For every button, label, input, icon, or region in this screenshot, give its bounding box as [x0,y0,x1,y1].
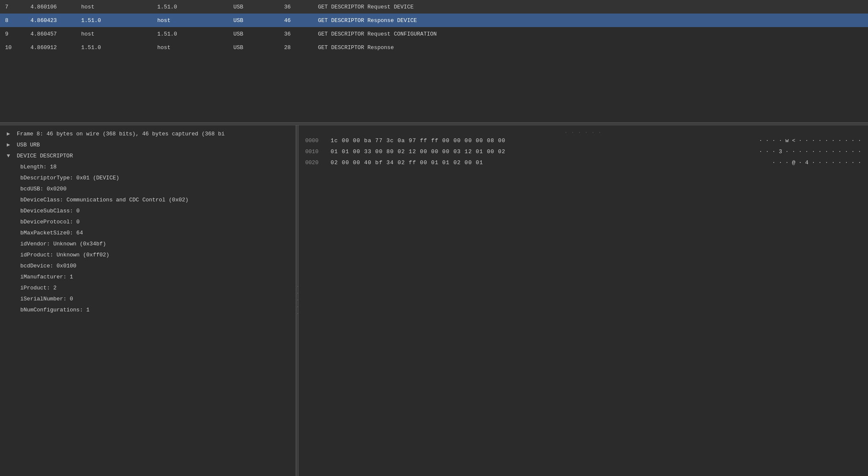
hex-bytes: 1c 00 00 ba 77 3c 0a 97 ff ff 00 00 00 0… [331,136,750,146]
table-cell: USB [228,41,279,54]
hex-row: 001001 01 00 33 00 80 02 12 00 00 00 03 … [298,146,868,157]
device-descriptor-tree-item[interactable]: ▼ DEVICE DESCRIPTOR [0,151,296,162]
detail-field[interactable]: bcdUSB: 0x0200 [0,184,296,195]
detail-field[interactable]: bDeviceClass: Communications and CDC Con… [0,195,296,206]
table-cell: 4.860457 [25,27,76,41]
detail-field[interactable]: iProduct: 2 [0,283,296,294]
table-row[interactable]: 94.860457host1.51.0USB36GET DESCRIPTOR R… [0,27,868,41]
detail-field[interactable]: idVendor: Unknown (0x34bf) [0,239,296,250]
table-cell: GET DESCRIPTOR Response [313,41,868,54]
device-descriptor-label: DEVICE DESCRIPTOR [17,153,73,159]
table-cell: 10 [0,41,25,54]
hex-offset: 0000 [305,136,331,146]
hex-bytes: 01 01 00 33 00 80 02 12 00 00 00 03 12 0… [331,147,750,157]
hex-rows: 00001c 00 00 ba 77 3c 0a 97 ff ff 00 00 … [298,135,868,168]
detail-field[interactable]: bcdDevice: 0x0100 [0,261,296,272]
table-cell: 1.51.0 [152,27,228,41]
table-cell: 4.860106 [25,0,76,14]
table-cell: GET DESCRIPTOR Request CONFIGURATION [313,27,868,41]
hex-bytes: 02 00 00 40 bf 34 02 ff 00 01 01 02 00 0… [331,158,764,168]
hex-row: 002002 00 00 40 bf 34 02 ff 00 01 01 02 … [298,157,868,168]
detail-field[interactable]: bDeviceProtocol: 0 [0,217,296,228]
detail-panel: ▶ Frame 8: 46 bytes on wire (368 bits), … [0,125,296,476]
table-cell: host [152,14,228,27]
detail-field[interactable]: bMaxPacketSize0: 64 [0,228,296,239]
detail-field[interactable]: bDeviceSubClass: 0 [0,206,296,217]
table-cell: host [152,41,228,54]
table-cell: 46 [279,14,313,27]
frame-tree-item[interactable]: ▶ Frame 8: 46 bytes on wire (368 bits), … [0,129,296,140]
hex-offset: 0020 [305,158,331,168]
table-cell: USB [228,0,279,14]
detail-field[interactable]: iSerialNumber: 0 [0,294,296,305]
table-cell: host [76,27,152,41]
packet-table: 74.860106host1.51.0USB36GET DESCRIPTOR R… [0,0,868,54]
table-cell: 1.51.0 [76,41,152,54]
hex-panel: · · · · · · 00001c 00 00 ba 77 3c 0a 97 … [298,125,868,476]
table-cell: 28 [279,41,313,54]
usb-expand-icon: ▶ [7,140,14,150]
table-cell: 7 [0,0,25,14]
frame-expand-icon: ▶ [7,129,14,139]
detail-field[interactable]: bDescriptorType: 0x01 (DEVICE) [0,173,296,184]
table-row[interactable]: 84.8604231.51.0hostUSB46GET DESCRIPTOR R… [0,14,868,27]
frame-label: Frame 8: 46 bytes on wire (368 bits), 46… [17,131,225,137]
detail-field[interactable]: bLength: 18 [0,162,296,173]
table-cell: host [76,0,152,14]
table-row[interactable]: 74.860106host1.51.0USB36GET DESCRIPTOR R… [0,0,868,14]
table-cell: 36 [279,0,313,14]
usb-label: USB URB [17,142,40,148]
table-cell: USB [228,14,279,27]
table-row[interactable]: 104.8609121.51.0hostUSB28GET DESCRIPTOR … [0,41,868,54]
table-cell: GET DESCRIPTOR Response DEVICE [313,14,868,27]
detail-field[interactable]: iManufacturer: 1 [0,272,296,283]
hex-offset: 0010 [305,147,331,157]
hex-ascii: · · · @ · 4 · · · · · · · · [764,158,861,168]
device-descriptor-fields: bLength: 18bDescriptorType: 0x01 (DEVICE… [0,162,296,316]
hex-row: 00001c 00 00 ba 77 3c 0a 97 ff ff 00 00 … [298,135,868,146]
table-cell: 8 [0,14,25,27]
table-cell: 9 [0,27,25,41]
device-descriptor-expand-icon: ▼ [7,151,14,161]
table-cell: 1.51.0 [76,14,152,27]
table-cell: 1.51.0 [152,0,228,14]
bottom-panel: ▶ Frame 8: 46 bytes on wire (368 bits), … [0,125,868,476]
table-cell: USB [228,27,279,41]
packet-list-panel: 74.860106host1.51.0USB36GET DESCRIPTOR R… [0,0,868,123]
hex-ascii: · · · · w < · · · · · · · · · · [750,136,861,146]
usb-tree-item[interactable]: ▶ USB URB [0,140,296,151]
detail-field[interactable]: bNumConfigurations: 1 [0,305,296,316]
detail-field[interactable]: idProduct: Unknown (0xff02) [0,250,296,261]
table-cell: 36 [279,27,313,41]
hex-dots-separator: · · · · · · [298,129,868,135]
hex-ascii: · · · 3 · · · · · · · · · · · · [750,147,861,157]
table-cell: 4.860423 [25,14,76,27]
table-cell: GET DESCRIPTOR Request DEVICE [313,0,868,14]
table-cell: 4.860912 [25,41,76,54]
